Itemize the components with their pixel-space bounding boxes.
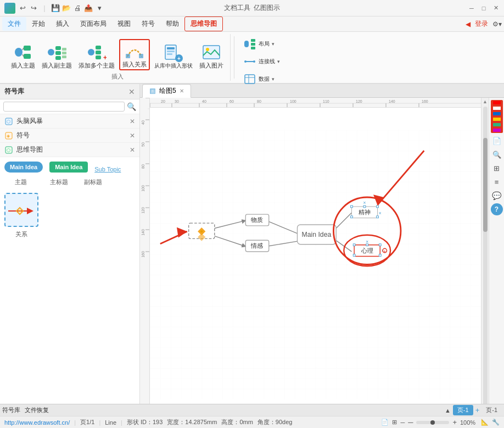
undo-icon[interactable]: ↩ (18, 3, 27, 13)
insert-from-library-button[interactable]: + 从库中插入形状 (152, 42, 195, 70)
status-view-page[interactable]: 📄 (381, 419, 389, 426)
symbol-close-icon[interactable]: ✕ (130, 132, 135, 140)
svg-line-4 (23, 54, 24, 57)
svg-rect-9 (62, 48, 66, 51)
canvas-with-ruler: 20 30 40 60 80 100 110 12 (150, 98, 481, 404)
svg-rect-110 (377, 216, 379, 218)
svg-text:×: × (366, 239, 368, 244)
help-icon[interactable]: ? (491, 203, 503, 215)
vscrollbar[interactable]: ▲ ▼ (481, 98, 489, 404)
titlebar-left: ↩ ↪ | 💾 📂 🖨 📤 ▾ (4, 3, 104, 14)
scroll-up-btn[interactable]: ▲ (481, 98, 489, 105)
menu-mindmap[interactable]: 思维导图 (184, 16, 223, 31)
sidebar-close-button[interactable]: ✕ (128, 87, 135, 96)
zoom-icon[interactable]: 🔍 (491, 148, 503, 160)
layout-icon (243, 37, 256, 51)
print-icon[interactable]: 🖨 (72, 3, 82, 13)
add-page-icon[interactable]: + (475, 406, 480, 414)
export-icon[interactable]: 📤 (83, 3, 93, 13)
add-topics-icon: + (87, 42, 107, 62)
svg-rect-13 (96, 46, 101, 49)
open-icon[interactable]: 📂 (61, 3, 71, 13)
svg-rect-7 (55, 51, 61, 55)
redo-icon[interactable]: ↪ (29, 3, 38, 13)
quick-access-toolbar: ↩ ↪ | 💾 📂 🖨 📤 ▾ (18, 3, 104, 13)
status-view-line[interactable]: ─ (400, 419, 405, 426)
insert-image-button[interactable]: 插入图片 (197, 41, 226, 70)
canvas[interactable]: 物质 情感 Main Idea 精神 (150, 108, 481, 404)
layout-button[interactable]: 布局 ▾ (242, 36, 281, 52)
status-icon-1[interactable]: 📐 (481, 419, 489, 426)
connect-button[interactable]: 连接线 ▾ (242, 54, 281, 69)
sidebar-section-mindmap[interactable]: ⬡ 思维导图 ✕ (0, 143, 139, 157)
menu-view[interactable]: 视图 (112, 17, 136, 31)
search-icon[interactable]: 🔍 (127, 102, 136, 111)
svg-rect-21 (167, 51, 175, 52)
bottom-tab-recovery[interactable]: 文件恢复 (25, 406, 49, 414)
brainstorm-close-icon[interactable]: ✕ (130, 118, 135, 125)
shape-main-idea[interactable]: Main Idea (4, 162, 43, 173)
menu-file[interactable]: 文件 (2, 17, 26, 31)
minimize-button[interactable]: ─ (468, 4, 475, 12)
sidebar: 符号库 ✕ 🔍 ⬡ 头脑风暴 ✕ ◈ 符号 ✕ ⬡ (0, 84, 140, 404)
menu-page-layout[interactable]: 页面布局 (75, 17, 112, 31)
svg-text:160: 160 (141, 251, 145, 258)
svg-text:140: 140 (141, 229, 145, 236)
insert-subtopic-button[interactable]: 插入副主题 (40, 41, 74, 70)
layers-icon[interactable]: ≡ (491, 176, 503, 188)
sidebar-search-input[interactable] (3, 102, 125, 112)
insert-relation-button[interactable]: 插入关系 (119, 39, 150, 70)
svg-text:物质: 物质 (251, 216, 263, 223)
insert-topic-icon (13, 42, 33, 62)
status-url[interactable]: http://www.edrawsoft.cn/ (4, 419, 70, 426)
zoom-slider[interactable] (416, 421, 449, 424)
menu-insert[interactable]: 插入 (51, 17, 75, 31)
page-tab-2[interactable]: 页-1 (481, 405, 502, 415)
color-swatches-panel[interactable] (491, 100, 503, 133)
tab-close-icon[interactable]: ✕ (180, 88, 184, 94)
bottom-tab-library[interactable]: 符号库 (2, 406, 20, 414)
shape-main-topic[interactable]: Main Idea (49, 162, 88, 173)
svg-rect-14 (96, 51, 101, 54)
svg-rect-12 (88, 49, 94, 55)
save-icon[interactable]: 💾 (51, 3, 60, 13)
zoom-out-btn[interactable]: ─ (408, 418, 413, 426)
settings-icon[interactable]: ⚙▾ (492, 20, 502, 28)
tab-diagram5[interactable]: 图 绘图5 ✕ (142, 84, 191, 98)
data-button[interactable]: 数据 ▾ (242, 71, 281, 87)
close-button[interactable]: ✕ (492, 4, 500, 12)
fit-icon[interactable]: ⊞ (491, 162, 503, 174)
shape-relation[interactable]: 关系 (4, 193, 38, 238)
zoom-thumb[interactable] (430, 420, 435, 425)
status-view-grid[interactable]: ⊞ (392, 419, 397, 426)
svg-text:×: × (379, 210, 382, 216)
page-tab-arrow-up[interactable]: ▲ (445, 407, 451, 414)
page-tab-1[interactable]: 页-1 (453, 405, 473, 415)
chat-icon[interactable]: 💬 (491, 190, 503, 202)
insert-subtopic-label: 插入副主题 (42, 62, 72, 69)
svg-text:+: + (384, 249, 387, 254)
status-angle: 角度：90deg (257, 418, 293, 426)
zoom-in-btn[interactable]: + (452, 418, 457, 426)
vscrollbar-track[interactable] (483, 107, 488, 404)
tab-label: 绘图5 (159, 86, 176, 96)
svg-text:100: 100 (290, 99, 296, 103)
status-icon-2[interactable]: 🔧 (492, 419, 500, 426)
menu-home[interactable]: 开始 (26, 17, 51, 31)
more-icon[interactable]: ▾ (94, 3, 104, 13)
share-icon[interactable]: ◀ (466, 20, 471, 28)
sidebar-section-symbol[interactable]: ◈ 符号 ✕ (0, 129, 139, 143)
add-topics-button[interactable]: + 添加多个主题 (76, 41, 117, 70)
shape-sub-topic-label: 副标题 (81, 178, 105, 186)
menu-symbol[interactable]: 符号 (136, 17, 160, 31)
ribbon-group-layout: 布局 ▾ 连接线 ▾ (238, 34, 285, 81)
mindmap-close-icon[interactable]: ✕ (130, 146, 135, 154)
restore-button[interactable]: □ (480, 4, 488, 12)
login-button[interactable]: 登录 (475, 19, 488, 29)
vscrollbar-thumb[interactable] (483, 138, 488, 232)
menu-help[interactable]: 帮助 (160, 17, 184, 31)
shape-sub-topic[interactable]: Sub Topic (94, 166, 121, 173)
insert-topic-button[interactable]: 插入主题 (9, 41, 37, 70)
sidebar-section-brainstorm[interactable]: ⬡ 头脑风暴 ✕ (0, 114, 139, 129)
page-icon[interactable]: 📄 (491, 135, 503, 147)
